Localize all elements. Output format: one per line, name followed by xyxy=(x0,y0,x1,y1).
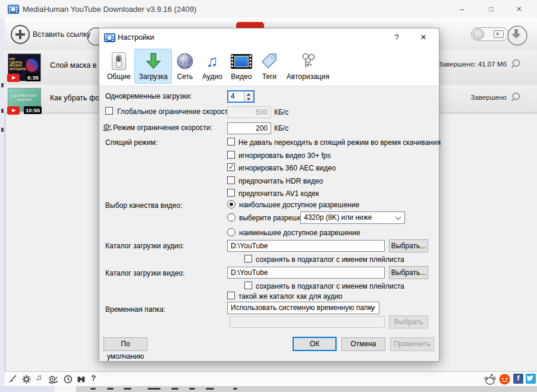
close-button[interactable]: × xyxy=(509,0,529,18)
maximize-button[interactable]: □ xyxy=(481,0,501,18)
dialog-app-icon xyxy=(104,33,115,42)
cancel-button[interactable]: Отмена xyxy=(341,337,385,351)
strip-mark xyxy=(147,388,161,390)
tab-download[interactable]: Загрузка xyxy=(134,49,172,84)
minimize-button[interactable]: – xyxy=(452,0,472,18)
status-text: Завершено: 41.07 Мб xyxy=(438,61,507,68)
sleep-option-checkbox[interactable] xyxy=(227,163,235,171)
video-dir-label: Каталог загрузки видео: xyxy=(105,269,185,277)
sleep-option-checkbox[interactable] xyxy=(227,176,235,184)
quality-option-label: наименьшее доступное разрешение xyxy=(239,229,360,237)
binoculars-icon[interactable] xyxy=(76,374,87,384)
broom-icon[interactable] xyxy=(7,374,18,384)
strip-segment xyxy=(0,386,55,392)
sleep-option-checkbox[interactable] xyxy=(227,151,235,159)
thumb-text: БЫСТРО xyxy=(8,98,40,102)
tab-video[interactable]: Видео xyxy=(227,49,256,84)
paste-link-button[interactable]: Вставить ссылку xyxy=(33,30,90,39)
gear-icon[interactable] xyxy=(21,374,32,384)
tab-label: Авторизация xyxy=(287,72,329,81)
tab-label: Теги xyxy=(260,72,278,81)
snail-icon[interactable] xyxy=(48,374,59,384)
duration-badge: 10:55 xyxy=(24,106,42,114)
app-icon xyxy=(8,5,19,14)
video-dir-choose-button[interactable]: Выбрать... xyxy=(389,266,428,279)
music-note-icon: ♫ xyxy=(206,53,218,69)
strip-mark xyxy=(189,388,195,390)
audio-dir-label: Каталог загрузки аудио: xyxy=(105,242,184,250)
sleep-option-label: игнорировать видео 30+ fps xyxy=(238,151,331,160)
help-icon[interactable]: ? xyxy=(91,374,102,384)
reddit-icon[interactable] xyxy=(499,374,510,385)
sliver-mark xyxy=(1,109,4,113)
dialog-title: Настройки xyxy=(118,33,154,42)
tab-label: Видео xyxy=(231,72,252,81)
quality-radio[interactable] xyxy=(227,213,235,222)
thumb-text: ФОТОШОПЕ xyxy=(10,68,26,71)
status-text: Завершено xyxy=(471,94,507,101)
tab-tags[interactable]: Теги xyxy=(256,49,282,84)
defaults-button[interactable]: По умолчанию xyxy=(103,337,147,351)
dialog-help-button[interactable]: ? xyxy=(386,29,407,46)
ok-button[interactable]: ОК xyxy=(293,337,337,351)
magnifier-icon[interactable] xyxy=(510,91,522,103)
magnifier-icon[interactable] xyxy=(510,58,522,70)
audio-subdir-checkbox[interactable] xyxy=(244,255,252,263)
strip-mark xyxy=(233,388,237,390)
video-dir-input[interactable]: D:\YouTube xyxy=(227,267,385,279)
youtube-play-badge xyxy=(7,74,20,82)
sleep-option-checkbox[interactable] xyxy=(227,138,235,146)
facebook-icon[interactable]: f xyxy=(513,374,523,384)
settings-tabbar: Общие Загрузка Сеть xyxy=(99,46,439,86)
music-note-icon[interactable]: ♫ xyxy=(36,372,46,382)
strip-mark xyxy=(206,388,214,390)
app-window: MediaHuman YouTube Downloader v3.9.16 (2… xyxy=(0,0,537,392)
tab-audio[interactable]: ♫ Аудио xyxy=(198,49,227,84)
snoo-mascot-icon[interactable] xyxy=(483,374,497,385)
sleep-option-checkbox[interactable] xyxy=(227,189,235,197)
resolution-dropdown[interactable]: 4320p (8K) или ниже xyxy=(300,211,405,224)
video-subdir-label: сохранять в подкаталог с именем плейлист… xyxy=(256,282,404,290)
audio-dir-input[interactable]: D:\YouTube xyxy=(227,240,385,252)
settings-dialog: Настройки ? × Общие Загрузка xyxy=(99,28,439,362)
global-limit-unit: КБ/с xyxy=(274,108,288,116)
global-limit-checkbox[interactable] xyxy=(105,107,113,115)
keys-icon xyxy=(298,52,318,71)
mode-toggle[interactable] xyxy=(471,27,509,41)
tag-icon xyxy=(260,52,278,70)
sliver-mark xyxy=(1,83,4,87)
dialog-close-button[interactable]: × xyxy=(413,29,434,46)
tab-authorization[interactable]: Авторизация xyxy=(282,49,334,84)
clock-icon[interactable] xyxy=(63,374,74,384)
quality-radio[interactable] xyxy=(227,200,235,208)
download-all-button[interactable] xyxy=(507,26,527,46)
tab-label: Аудио xyxy=(202,72,222,81)
simultaneous-spinner[interactable]: 4 xyxy=(227,90,255,103)
tab-network[interactable]: Сеть xyxy=(172,49,198,84)
youtube-play-badge xyxy=(7,106,20,115)
dialog-titlebar: Настройки ? × xyxy=(99,29,439,46)
globe-icon xyxy=(176,52,194,70)
quality-option-label: наибольшее доступное разрешение xyxy=(239,201,359,209)
main-titlebar: MediaHuman YouTube Downloader v3.9.16 (2… xyxy=(0,0,537,18)
twitter-icon[interactable] xyxy=(526,374,536,384)
sleep-label: Спящий режим: xyxy=(105,138,158,147)
same-dir-checkbox[interactable] xyxy=(227,292,235,299)
toggle-knob[interactable] xyxy=(473,29,484,40)
temp-dir-input[interactable] xyxy=(230,316,385,328)
paste-link-icon[interactable] xyxy=(11,25,30,44)
audio-dir-choose-button[interactable]: Выбрать... xyxy=(389,239,428,252)
quality-radio[interactable] xyxy=(227,228,235,236)
temp-dropdown[interactable]: Использовать системную временную папку xyxy=(227,302,379,314)
global-limit-input[interactable]: 500 xyxy=(227,106,271,118)
sleep-option-label: предпочитать HDR видео xyxy=(238,177,323,185)
download-status: Завершено xyxy=(471,91,522,103)
video-subdir-checkbox[interactable] xyxy=(244,282,252,289)
window-title: MediaHuman YouTube Downloader v3.9.16 (2… xyxy=(23,5,196,14)
slow-mode-input[interactable]: 200 xyxy=(227,122,271,134)
film-icon xyxy=(231,54,252,69)
temp-choose-button: Выбрать xyxy=(389,315,428,328)
tab-general[interactable]: Общие xyxy=(103,49,134,84)
spinner-value: 4 xyxy=(231,92,235,100)
spinner-down-button[interactable] xyxy=(244,97,253,102)
